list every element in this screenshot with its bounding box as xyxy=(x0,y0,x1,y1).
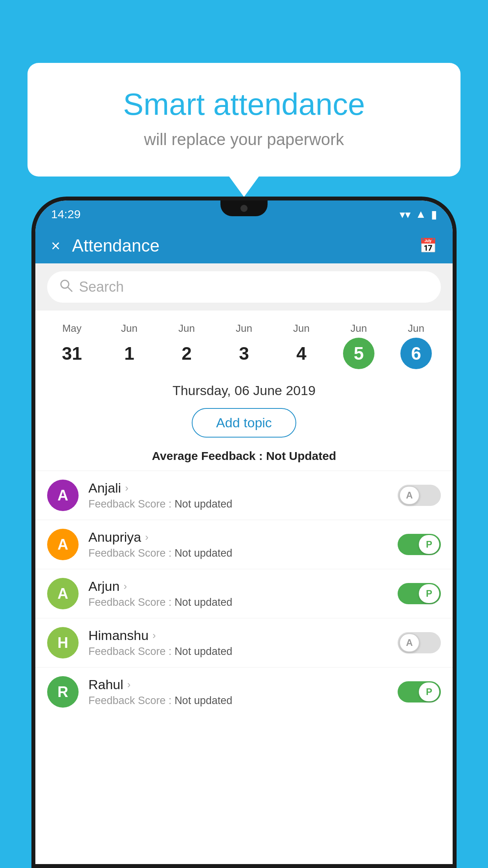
student-name-4: Rahul › xyxy=(88,677,390,692)
student-row[interactable]: A Arjun › Feedback Score : Not updated P xyxy=(35,569,453,618)
day-month-5: Jun xyxy=(350,322,367,335)
student-feedback-4: Feedback Score : Not updated xyxy=(88,695,390,707)
average-feedback: Average Feedback : Not Updated xyxy=(35,445,453,471)
student-name-1: Anupriya › xyxy=(88,530,390,545)
close-button[interactable]: × xyxy=(51,237,60,255)
student-avatar-0: A xyxy=(47,480,79,511)
svg-line-1 xyxy=(68,287,72,291)
student-row[interactable]: A Anjali › Feedback Score : Not updated … xyxy=(35,471,453,520)
battery-icon: ▮ xyxy=(431,208,437,221)
status-icons: ▾▾ ▲ ▮ xyxy=(400,208,437,221)
student-name-0: Anjali › xyxy=(88,480,390,496)
selected-date: Thursday, 06 June 2019 xyxy=(35,373,453,404)
avg-feedback-value: Not Updated xyxy=(266,449,336,462)
search-bar[interactable]: Search xyxy=(47,271,441,303)
calendar-icon[interactable]: 📅 xyxy=(419,237,437,254)
student-avatar-1: A xyxy=(47,529,79,560)
bubble-subtitle: will replace your paperwork xyxy=(59,130,429,149)
student-feedback-2: Feedback Score : Not updated xyxy=(88,596,390,609)
chevron-icon-3: › xyxy=(152,629,156,642)
day-month-0: May xyxy=(62,322,81,335)
day-number-3: 3 xyxy=(228,338,260,369)
speech-bubble-container: Smart attendance will replace your paper… xyxy=(28,63,460,177)
side-button-right xyxy=(454,377,457,409)
add-topic-container: Add topic xyxy=(35,404,453,445)
app-title: Attendance xyxy=(72,236,419,256)
avg-feedback-label: Average Feedback : xyxy=(152,449,266,462)
student-row[interactable]: A Anupriya › Feedback Score : Not update… xyxy=(35,520,453,569)
notch xyxy=(220,200,268,216)
student-info-4: Rahul › Feedback Score : Not updated xyxy=(88,677,390,707)
chevron-icon-2: › xyxy=(123,580,127,592)
attendance-toggle-3[interactable]: A xyxy=(398,632,441,653)
chevron-icon-0: › xyxy=(125,482,128,494)
attendance-toggle-2[interactable]: P xyxy=(398,583,441,604)
calendar-day-4[interactable]: Jun 4 xyxy=(273,318,330,373)
calendar-day-2[interactable]: Jun 2 xyxy=(158,318,215,373)
calendar-day-3[interactable]: Jun 3 xyxy=(215,318,273,373)
attendance-toggle-4[interactable]: P xyxy=(398,681,441,702)
calendar-day-0[interactable]: May 31 xyxy=(43,318,101,373)
day-number-0: 31 xyxy=(56,338,88,369)
students-list: A Anjali › Feedback Score : Not updated … xyxy=(35,471,453,716)
side-button-left xyxy=(31,397,34,444)
day-number-6: 6 xyxy=(400,338,432,369)
student-info-1: Anupriya › Feedback Score : Not updated xyxy=(88,530,390,559)
signal-icon: ▲ xyxy=(415,208,426,221)
day-month-6: Jun xyxy=(408,322,424,335)
calendar-day-6[interactable]: Jun 6 xyxy=(387,318,445,373)
app-header: × Attendance 📅 xyxy=(35,228,453,263)
chevron-icon-1: › xyxy=(145,531,149,543)
student-info-0: Anjali › Feedback Score : Not updated xyxy=(88,480,390,510)
student-feedback-0: Feedback Score : Not updated xyxy=(88,498,390,510)
speech-bubble: Smart attendance will replace your paper… xyxy=(28,63,460,177)
student-info-3: Himanshu › Feedback Score : Not updated xyxy=(88,628,390,658)
camera xyxy=(240,205,248,212)
student-name-3: Himanshu › xyxy=(88,628,390,643)
add-topic-button[interactable]: Add topic xyxy=(192,408,296,438)
student-feedback-3: Feedback Score : Not updated xyxy=(88,645,390,658)
wifi-icon: ▾▾ xyxy=(400,208,411,221)
day-number-2: 2 xyxy=(171,338,202,369)
student-avatar-2: A xyxy=(47,578,79,609)
student-row[interactable]: H Himanshu › Feedback Score : Not update… xyxy=(35,618,453,667)
chevron-icon-4: › xyxy=(127,679,131,691)
student-info-2: Arjun › Feedback Score : Not updated xyxy=(88,579,390,609)
day-number-4: 4 xyxy=(286,338,317,369)
status-time: 14:29 xyxy=(51,208,81,221)
bubble-title: Smart attendance xyxy=(59,86,429,122)
day-month-1: Jun xyxy=(121,322,138,335)
day-month-4: Jun xyxy=(293,322,310,335)
attendance-toggle-0[interactable]: A xyxy=(398,485,441,506)
attendance-toggle-1[interactable]: P xyxy=(398,534,441,555)
student-avatar-4: R xyxy=(47,676,79,708)
calendar-row: May 31 Jun 1 Jun 2 Jun 3 Jun 4 Jun 5 Jun… xyxy=(35,311,453,373)
phone-screen: 14:29 ▾▾ ▲ ▮ × Attendance 📅 Se xyxy=(35,200,453,864)
day-month-2: Jun xyxy=(178,322,195,335)
student-feedback-1: Feedback Score : Not updated xyxy=(88,547,390,559)
day-number-1: 1 xyxy=(114,338,145,369)
search-placeholder: Search xyxy=(79,279,124,295)
search-icon xyxy=(59,278,73,296)
calendar-day-5[interactable]: Jun 5 xyxy=(330,318,387,373)
status-bar: 14:29 ▾▾ ▲ ▮ xyxy=(35,200,453,228)
day-month-3: Jun xyxy=(236,322,252,335)
calendar-day-1[interactable]: Jun 1 xyxy=(101,318,158,373)
phone-frame: 14:29 ▾▾ ▲ ▮ × Attendance 📅 Se xyxy=(31,197,457,868)
student-avatar-3: H xyxy=(47,627,79,658)
day-number-5: 5 xyxy=(343,338,374,369)
student-name-2: Arjun › xyxy=(88,579,390,594)
student-row[interactable]: R Rahul › Feedback Score : Not updated P xyxy=(35,667,453,716)
search-container: Search xyxy=(35,263,453,311)
